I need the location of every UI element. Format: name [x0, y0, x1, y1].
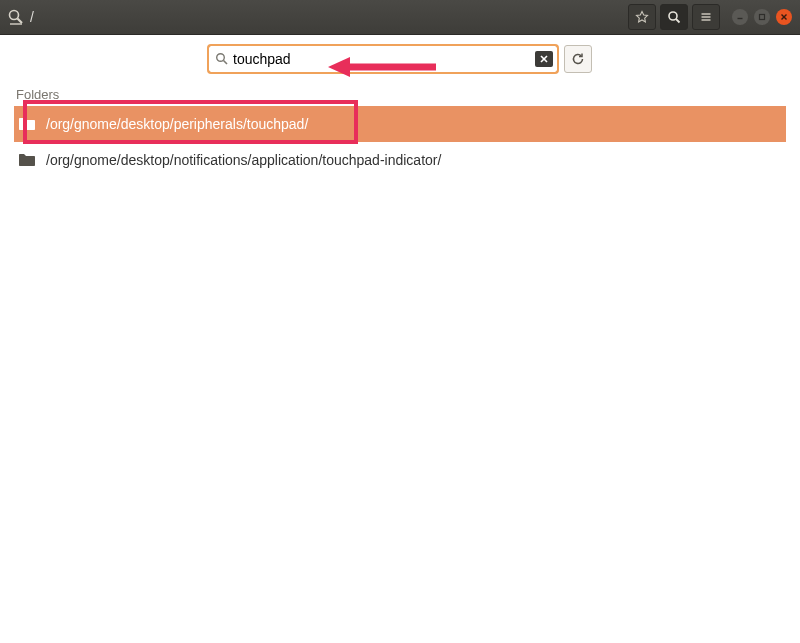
- close-button[interactable]: [776, 9, 792, 25]
- search-icon: [215, 52, 229, 66]
- bookmark-button[interactable]: [628, 4, 656, 30]
- folder-icon: [18, 116, 36, 132]
- search-input[interactable]: [229, 49, 535, 69]
- search-button[interactable]: [660, 4, 688, 30]
- folder-path-label: /org/gnome/desktop/notifications/applica…: [46, 152, 441, 168]
- menu-button[interactable]: [692, 4, 720, 30]
- path-label: /: [30, 9, 34, 25]
- results-content: Folders /org/gnome/desktop/peripherals/t…: [0, 81, 800, 184]
- refresh-button[interactable]: [564, 45, 592, 73]
- clear-search-button[interactable]: [535, 51, 553, 67]
- svg-point-12: [217, 54, 225, 62]
- svg-line-13: [224, 61, 228, 65]
- folder-result-row[interactable]: /org/gnome/desktop/notifications/applica…: [14, 142, 786, 178]
- minimize-button[interactable]: [732, 9, 748, 25]
- section-label-folders: Folders: [16, 87, 786, 102]
- app-icon: [8, 9, 24, 25]
- titlebar: /: [0, 0, 800, 35]
- folder-path-label: /org/gnome/desktop/peripherals/touchpad/: [46, 116, 308, 132]
- svg-point-0: [10, 11, 19, 20]
- search-bar-row: [0, 35, 800, 81]
- svg-line-4: [676, 19, 680, 23]
- folder-icon: [18, 152, 36, 168]
- svg-point-3: [669, 12, 677, 20]
- svg-rect-9: [760, 15, 765, 20]
- folder-result-row[interactable]: /org/gnome/desktop/peripherals/touchpad/: [14, 106, 786, 142]
- search-field-container: [208, 45, 558, 73]
- svg-line-1: [18, 19, 23, 24]
- maximize-button[interactable]: [754, 9, 770, 25]
